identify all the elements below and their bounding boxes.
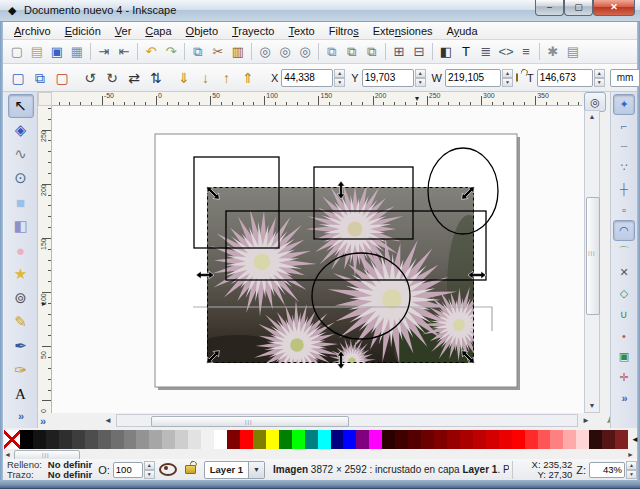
palette-scroll-right-arrow[interactable]: ► [627,450,634,459]
menu-item-texto[interactable]: Texto [281,24,321,38]
snap-smooth-nodes[interactable]: ∪ [613,304,635,325]
horizontal-scrollbar[interactable]: ||| [116,414,578,427]
rotate-cw-button[interactable]: ↻ [101,67,123,89]
menu-item-objeto[interactable]: Objeto [179,24,225,38]
palette-swatch-808080[interactable] [124,430,137,449]
cut-button[interactable]: ✂ [208,42,228,62]
toolbox-overflow[interactable]: » [18,410,23,422]
palette-swatch-808000[interactable] [253,430,266,449]
snap-cusp-nodes[interactable]: ◇ [613,283,635,304]
snap-bbox-edges[interactable]: ┄ [613,136,635,157]
palette-swatch-2b0a0a[interactable] [589,430,602,449]
menu-item-capa[interactable]: Capa [138,24,178,38]
save-document-button[interactable]: ▣ [47,42,67,62]
y-spinner[interactable]: ▲▼ [415,69,426,87]
pencil-tool[interactable]: ✎ [8,310,34,334]
palette-swatch-2b0000[interactable] [382,430,395,449]
select-all-button[interactable]: ▢ [7,67,29,89]
opacity-input[interactable] [113,462,143,478]
layer-selector[interactable]: Layer 1 ▼ [204,461,265,479]
t-field[interactable] [537,69,593,87]
palette-swatch-121212[interactable] [33,430,46,449]
raise-one-step-button[interactable]: ↑ [216,67,237,89]
pen-tool[interactable]: ✒ [8,334,34,358]
fill-stroke-indicator[interactable]: Relleno: No definir Trazo: No definir [7,460,92,480]
palette-swatch-2e2e2e[interactable] [59,430,72,449]
palette-swatch-ffffff[interactable] [214,430,227,449]
box3d-tool[interactable]: ◧ [8,214,34,238]
palette-swatch-008000[interactable] [279,430,292,449]
palette-swatch-a6a6a6[interactable] [149,430,162,449]
palette-swatch-3d3d3d[interactable] [72,430,85,449]
palette-swatch-950000[interactable] [447,430,460,449]
xml-editor-button[interactable]: <> [496,42,516,62]
palette-swatch-5e5e5e[interactable] [98,430,111,449]
close-button[interactable]: ✕ [593,0,635,16]
print-document-button[interactable]: ▦ [67,42,87,62]
palette-swatch-4d4d4d[interactable] [85,430,98,449]
palette-swatch-cecece[interactable] [175,430,188,449]
snap-bbox-edge-midpoints[interactable]: ┼ [613,178,635,199]
toolbar-overflow-chevron[interactable]: » [40,415,45,427]
snapbar-overflow[interactable]: » [621,392,626,404]
unlink-clone-button[interactable]: ⧉ [362,42,382,62]
palette-swatch-939393[interactable] [136,430,149,449]
palette-swatch-1f1f1f[interactable] [46,430,59,449]
align-dialog-button[interactable]: ≡ [516,42,536,62]
palette-swatch-bababa[interactable] [162,430,175,449]
new-document-button[interactable]: ▢ [7,42,27,62]
palette-swatch-6f6f6f[interactable] [111,430,124,449]
spiral-tool[interactable]: ⊚ [8,286,34,310]
snap-bbox-centers[interactable]: ▫ [613,199,635,220]
raise-to-top-button[interactable]: ⇑ [237,67,259,89]
scroll-right-arrow[interactable]: ► [582,416,590,425]
document-properties-button[interactable]: ▤ [563,42,583,62]
snap-bbox-corners[interactable]: ∵ [613,157,635,178]
ungroup-objects-button[interactable]: ⊟ [409,42,429,62]
text-tool[interactable]: A [8,382,34,406]
w-field[interactable] [445,69,501,87]
lower-to-bottom-button[interactable]: ⇓ [173,67,195,89]
palette-swatch-000000[interactable] [20,430,33,449]
maximize-button[interactable]: ▢ [564,0,593,16]
snap-object-centers[interactable]: ▣ [613,346,635,367]
rectangle-tool[interactable]: ■ [8,190,34,214]
w-spinner[interactable]: ▲▼ [502,69,513,87]
menu-item-ayuda[interactable]: Ayuda [440,24,485,38]
unit-selector[interactable]: mm▼ [610,69,640,87]
selector-tool[interactable]: ↖ [8,94,34,118]
palette-swatch-800000[interactable] [227,430,240,449]
redo-button[interactable]: ↷ [161,42,181,62]
snap-bounding-box[interactable]: ⌐ [613,115,635,136]
import-image-button[interactable]: ⇥ [94,42,114,62]
snap-rotation-centers[interactable]: ✛ [613,367,635,388]
palette-swatch-6a0000[interactable] [421,430,434,449]
layer-lock-icon[interactable] [185,465,196,474]
menu-item-ver[interactable]: Ver [108,24,139,38]
x-spinner[interactable]: ▲▼ [334,69,345,87]
palette-swatch-ffaaaa[interactable] [563,430,576,449]
palette-swatch-550000[interactable] [408,430,421,449]
text-dialog-button[interactable]: T [456,42,476,62]
layer-visibility-eye-icon[interactable] [159,463,177,476]
zoom-page-button[interactable]: ◎ [295,42,315,62]
zoom-tool[interactable]: ⊙ [8,166,34,190]
zoom-spinner[interactable]: ▲▼ [626,461,637,479]
palette-swatch-aa0000[interactable] [460,430,473,449]
tweak-tool[interactable]: ∿ [8,142,34,166]
palette-swatch-d40000[interactable] [486,430,499,449]
palette-swatch-800000[interactable] [434,430,447,449]
scroll-left-arrow[interactable]: ◄ [104,416,112,425]
zoom-input[interactable] [589,462,625,478]
drawing-canvas[interactable] [52,106,584,413]
snap-path-intersections[interactable]: ✕ [613,262,635,283]
ellipse-tool[interactable]: ● [8,238,34,262]
vertical-ruler[interactable]: 250200150100500▸ [38,106,52,413]
x-field[interactable] [281,69,333,87]
horizontal-ruler[interactable]: -50050100150200250300350▾ [52,92,582,106]
palette-swatch-ff0000[interactable] [512,430,525,449]
palette-swatch-e2e2e2[interactable] [188,430,201,449]
palette-swatch-ff8080[interactable] [550,430,563,449]
flip-horizontal-button[interactable]: ⇄ [123,67,145,89]
scroll-up-arrow[interactable]: ▲ [585,111,599,123]
